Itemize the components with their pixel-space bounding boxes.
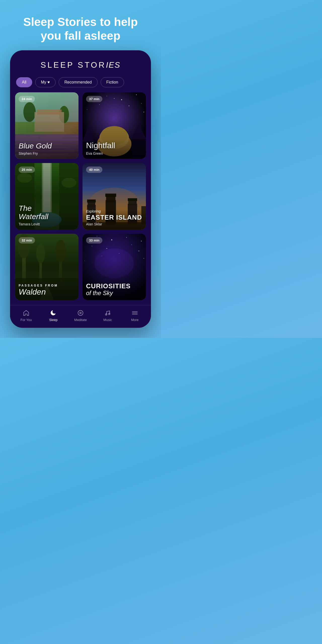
bottom-nav: For You Sleep Meditate (10, 305, 151, 328)
story-duration-waterfall: 25 min (19, 167, 35, 173)
story-content-easter-island: Exploring EASTER ISLAND Alan Sklar (83, 206, 146, 230)
music-icon (104, 309, 111, 316)
stories-grid: 24 min Blue Gold Stephen Fry (10, 92, 151, 305)
story-card-nightfall[interactable]: 37 min Nightfall Eva Green (83, 92, 146, 159)
svg-point-79 (108, 313, 110, 315)
story-content-blue-gold: Blue Gold Stephen Fry (15, 139, 78, 159)
filter-tab-fiction[interactable]: Fiction (101, 77, 124, 87)
nav-item-sleep[interactable]: Sleep (40, 309, 67, 322)
story-duration-curiosities: 33 min (86, 237, 102, 244)
story-title-walden: Walden (19, 287, 75, 297)
story-narrator-nightfall: Eva Green (86, 151, 142, 155)
hero-title-bold: Sleep Stories (23, 15, 97, 28)
nav-label-music: Music (103, 318, 112, 322)
home-icon (23, 309, 30, 316)
nav-item-more[interactable]: More (121, 309, 148, 322)
story-card-easter-island[interactable]: 40 min Exploring EASTER ISLAND Alan Skla… (83, 163, 146, 230)
circle-icon (77, 309, 84, 316)
moon-icon (50, 309, 57, 316)
story-card-walden[interactable]: 32 min PASSAGES FROM Walden (15, 234, 78, 300)
story-content-walden: PASSAGES FROM Walden (15, 281, 78, 300)
story-narrator-easter-island: Alan Sklar (86, 222, 142, 226)
story-duration-nightfall: 37 min (86, 96, 102, 102)
app-header: SLEEP STORies (10, 50, 151, 75)
story-card-waterfall[interactable]: 25 min TheWaterfall Tamara Levitt (15, 163, 78, 230)
story-duration-blue-gold: 24 min (19, 96, 35, 102)
hero-title: Sleep Stories to help you fall asleep (0, 0, 161, 50)
nav-label-sleep: Sleep (49, 318, 57, 322)
story-title-nightfall: Nightfall (86, 141, 142, 150)
story-title-prefix-easter: Exploring (86, 209, 142, 213)
app-title-text: SLEEP STOR (41, 60, 106, 69)
story-duration-walden: 32 min (19, 237, 35, 244)
app-title: SLEEP STORies (18, 60, 143, 70)
svg-point-77 (80, 312, 81, 314)
story-card-curiosities[interactable]: 33 min CURIOSITIES of the Sky (83, 234, 146, 300)
nav-item-music[interactable]: Music (94, 309, 121, 322)
story-narrator-blue-gold: Stephen Fry (19, 151, 75, 155)
phone-shell: SLEEP STORies All My ♥ Recommended Ficti… (10, 50, 151, 328)
filter-tabs: All My ♥ Recommended Fiction (10, 75, 151, 92)
story-narrator-waterfall: Tamara Levitt (19, 222, 75, 226)
app-title-cursive: ies (106, 60, 120, 69)
nav-label-for-you: For You (21, 318, 32, 322)
story-content-waterfall: TheWaterfall Tamara Levitt (15, 201, 78, 230)
story-duration-easter-island: 40 min (86, 167, 102, 173)
nav-item-meditate[interactable]: Meditate (67, 309, 94, 322)
nav-item-for-you[interactable]: For You (13, 309, 40, 322)
filter-tab-all[interactable]: All (16, 77, 32, 87)
story-title-blue-gold: Blue Gold (19, 142, 75, 150)
story-title-top-walden: PASSAGES FROM (19, 284, 75, 287)
story-content-curiosities: CURIOSITIES of the Sky (83, 279, 146, 300)
story-title-big-curiosities: CURIOSITIES (86, 283, 142, 290)
nav-label-more: More (131, 318, 139, 322)
nav-label-meditate: Meditate (74, 318, 87, 322)
menu-icon (131, 309, 138, 316)
svg-point-76 (78, 310, 83, 315)
story-title-easter-island: EASTER ISLAND (86, 214, 142, 221)
story-content-nightfall: Nightfall Eva Green (83, 138, 146, 159)
svg-point-78 (105, 314, 107, 315)
story-title-waterfall: TheWaterfall (19, 204, 75, 221)
filter-tab-recommended[interactable]: Recommended (59, 77, 98, 87)
story-card-blue-gold[interactable]: 24 min Blue Gold Stephen Fry (15, 92, 78, 159)
filter-tab-my[interactable]: My ♥ (35, 77, 56, 87)
story-title-curiosities: of the Sky (86, 290, 142, 297)
